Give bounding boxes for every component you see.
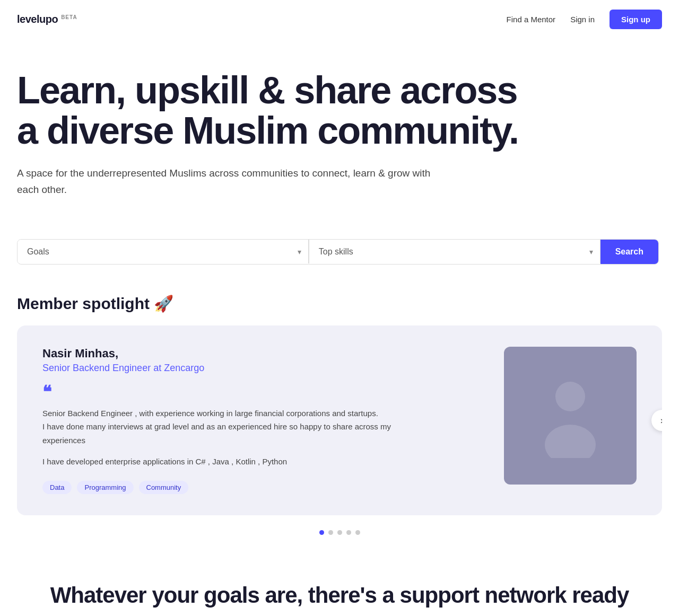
quote-icon: ❝ [42,383,414,400]
dot-5[interactable] [355,530,360,535]
nav-links: Find a Mentor Sign in Sign up [507,10,662,29]
dot-1[interactable] [319,530,324,535]
skills-select[interactable]: Top skills [309,240,600,263]
logo-area: levelupo BETA [17,13,77,25]
bottom-section: Whatever your goals are, there's a suppo… [0,540,679,616]
spotlight-section: Member spotlight 🚀 Nasir Minhas, Senior … [0,265,679,541]
tag-programming: Programming [77,481,133,494]
dot-4[interactable] [346,530,351,535]
hero-heading-line1: Learn, upskill & share across [17,69,517,111]
spotlight-content: Nasir Minhas, Senior Backend Engineer at… [42,347,414,495]
sign-in-link[interactable]: Sign in [570,15,595,24]
dot-3[interactable] [337,530,342,535]
spotlight-title: Member spotlight 🚀 [17,294,662,313]
search-bar: Goals Top skills Search [17,239,659,265]
svg-point-3 [545,425,596,458]
beta-badge: BETA [61,14,77,20]
member-bio: Senior Backend Engineer , with experienc… [42,407,414,447]
tags-container: Data Programming Community [42,481,414,494]
goals-select-wrapper: Goals [18,240,309,263]
spotlight-card: Nasir Minhas, Senior Backend Engineer at… [17,325,662,516]
hero-heading-line2: a diverse Muslim community. [17,109,518,152]
search-button[interactable]: Search [600,240,658,264]
bottom-heading: Whatever your goals are, there's a suppo… [17,583,662,608]
skills-select-wrapper: Top skills [309,240,600,263]
logo-text: levelupo [17,13,58,25]
member-skills-text: I have developed enterprise applications… [42,455,414,468]
signup-button[interactable]: Sign up [610,10,662,29]
member-photo [504,347,637,485]
hero-subtext: A space for the underrepresented Muslims… [17,165,431,198]
next-arrow[interactable]: › [651,410,662,431]
dot-2[interactable] [328,530,333,535]
find-mentor-link[interactable]: Find a Mentor [507,15,556,24]
tag-data: Data [42,481,72,494]
member-role: Senior Backend Engineer at Zencargo [42,363,414,374]
hero-section: Learn, upskill & share across a diverse … [0,39,679,239]
pagination-dots [17,530,662,540]
person-silhouette [538,373,602,458]
goals-select[interactable]: Goals [18,240,309,263]
member-name: Nasir Minhas, [42,347,414,360]
svg-point-2 [555,382,585,411]
photo-background [504,347,637,485]
navbar: levelupo BETA Find a Mentor Sign in Sign… [0,0,679,39]
tag-community: Community [139,481,189,494]
hero-heading: Learn, upskill & share across a diverse … [17,71,662,151]
